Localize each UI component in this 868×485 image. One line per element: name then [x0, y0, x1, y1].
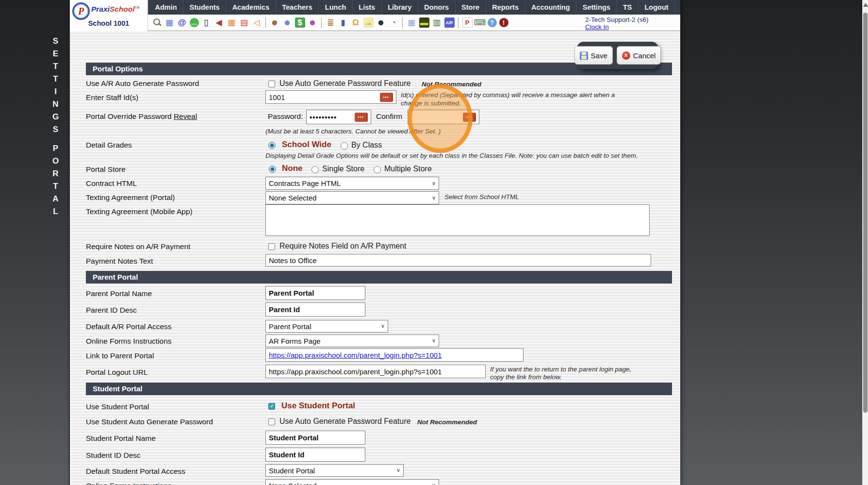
money-icon[interactable]: $ — [295, 17, 305, 28]
alarm-clock-icon[interactable]: ◔ — [389, 17, 399, 28]
default-ar-access-select[interactable]: Parent Portal — [265, 320, 388, 333]
ap-badge-icon[interactable]: A/P — [444, 17, 455, 28]
radio-school-wide[interactable] — [268, 142, 276, 149]
radio-by-class[interactable] — [341, 142, 348, 150]
label-detail-grades: Detail Grades — [86, 141, 132, 150]
student-id-desc-input[interactable]: Student Id — [265, 448, 365, 462]
nav-students[interactable]: Students — [183, 0, 226, 15]
checkbox-use-auto-generate-password[interactable] — [268, 81, 275, 87]
student-portal-name-input[interactable]: Student Portal — [265, 431, 365, 445]
schedule-calendar-icon[interactable]: ▦ — [227, 17, 237, 28]
nav-admin[interactable]: Admin — [148, 0, 183, 15]
logout-url-note-line1: If you want the to return to the parent … — [490, 366, 631, 373]
override-password-input[interactable]: ••••••••• ⋯ — [306, 110, 371, 124]
family-icon[interactable]: ☻ — [308, 17, 318, 28]
online-forms-parent-select[interactable]: AR Forms Page — [265, 334, 439, 347]
toolbar-divider — [265, 17, 266, 28]
password-lookup-button[interactable]: ⋯ — [355, 113, 368, 122]
override-password-text: Portal Override Password — [86, 112, 172, 120]
online-forms-student-select[interactable]: None Selected — [265, 479, 439, 485]
student-id-desc-value: Student Id — [269, 451, 304, 459]
cash-register-icon[interactable]: ⌨ — [475, 17, 485, 28]
label-online-forms-student: Online Forms Instructions — [86, 482, 172, 485]
email-at-icon[interactable]: @ — [177, 17, 187, 28]
brand-tm: TM — [135, 6, 140, 9]
texting-mobile-textarea[interactable] — [265, 204, 650, 236]
radio-store-none[interactable] — [269, 166, 276, 173]
radio-label-by-class: By Class — [351, 141, 382, 150]
nav-ts[interactable]: TS — [616, 0, 638, 15]
label-student-id-desc: Student ID Desc — [86, 451, 141, 460]
nav-teachers[interactable]: Teachers — [276, 0, 319, 15]
user-name: 2-Tech Support-2 (s6) — [585, 16, 649, 23]
staff-ids-lookup-button[interactable]: ⋯ — [380, 93, 393, 102]
bell-icon[interactable]: Ω — [351, 17, 361, 28]
spreadsheet-icon[interactable]: ▦ — [407, 17, 417, 28]
payment-notes-input[interactable]: Notes to Office — [265, 254, 651, 267]
nav-store[interactable]: Store — [455, 0, 486, 15]
chat-bubble-icon[interactable]: … — [190, 18, 199, 27]
check-printing-icon[interactable]: ▬ — [419, 17, 429, 28]
person-suit-icon[interactable]: ☻ — [376, 17, 386, 28]
online-forms-parent-value: AR Forms Page — [269, 337, 321, 345]
confirm-lookup-button[interactable]: ⋯ — [463, 113, 476, 122]
label-portal-logout-url: Portal Logout URL — [86, 368, 148, 377]
label-default-ar-portal-access: Default A/R Portal Access — [86, 322, 172, 331]
print-checks-icon[interactable]: ▥ — [432, 17, 442, 28]
add-student-icon[interactable]: ☻ — [270, 17, 280, 28]
scrollbar-up-arrow-icon[interactable] — [863, 3, 868, 7]
checkbox-label-student-auto-generate: Use Auto Generate Password Feature — [279, 417, 410, 426]
parent-id-desc-input[interactable]: Parent Id — [265, 302, 365, 317]
scrollbar-thumb[interactable] — [863, 13, 868, 413]
megaphone-icon[interactable]: ◁ — [252, 17, 262, 28]
sidebar-portal-label: PORTAL — [50, 138, 67, 225]
library-binder-icon[interactable]: ▮ — [338, 17, 348, 28]
search-icon[interactable] — [152, 17, 162, 28]
export-note-icon[interactable]: → — [363, 17, 374, 28]
parent-portal-name-input[interactable]: Parent Portal — [265, 286, 365, 300]
nav-library[interactable]: Library — [381, 0, 418, 15]
save-button[interactable]: Save — [574, 46, 613, 65]
checkbox-label-use-student-portal: Use Student Portal — [281, 401, 355, 411]
nav-reports[interactable]: Reports — [486, 0, 525, 15]
cancel-button[interactable]: ×Cancel — [617, 46, 661, 65]
toolbar-divider — [458, 17, 459, 28]
radio-label-multiple-store: Multiple Store — [384, 165, 432, 173]
pdf-icon[interactable]: P — [462, 17, 473, 28]
nav-lunch[interactable]: Lunch — [318, 0, 352, 15]
default-student-access-select[interactable]: Student Portal — [265, 464, 404, 477]
reveal-password-link[interactable]: Reveal — [174, 112, 197, 120]
contract-html-select[interactable]: Contracts Page HTML — [265, 177, 439, 190]
nav-accounting[interactable]: Accounting — [524, 0, 576, 15]
staff-ids-input[interactable]: 1001 ⋯ — [265, 90, 396, 104]
radio-single-store[interactable] — [311, 166, 319, 173]
speaker-icon[interactable]: ◀ — [214, 17, 224, 28]
nav-settings[interactable]: Settings — [576, 0, 616, 15]
staff-icon[interactable]: ☻ — [282, 17, 293, 28]
parent-portal-link-input[interactable]: https://app.praxischool.com/parent_login… — [265, 348, 524, 362]
texting-portal-select[interactable]: None Selected — [265, 191, 439, 204]
nav-academics[interactable]: Academics — [226, 0, 276, 15]
radio-multiple-store[interactable] — [374, 166, 381, 173]
student-portal-name-value: Student Portal — [269, 434, 319, 442]
checkbox-require-notes[interactable] — [268, 243, 275, 250]
checkbox-student-auto-generate[interactable] — [268, 418, 275, 425]
confirm-password-input[interactable]: ⋯ — [408, 110, 479, 124]
calendar-grid-icon[interactable]: ▦ — [164, 17, 175, 28]
lunch-icon[interactable]: ≣ — [326, 17, 336, 28]
logo-circle-icon: P — [72, 2, 90, 20]
date-calendar-icon[interactable]: ▤ — [239, 17, 249, 28]
radio-label-school-wide: School Wide — [282, 140, 331, 150]
alert-icon[interactable]: ! — [499, 18, 508, 27]
portal-logout-url-input[interactable]: https://app.praxischool.com/parent_login… — [265, 365, 486, 378]
nav-lists[interactable]: Lists — [352, 0, 381, 15]
nav-donors[interactable]: Donors — [418, 0, 455, 15]
clock-in-link[interactable]: Clock In — [585, 23, 649, 31]
nav-logout[interactable]: Logout — [638, 0, 675, 15]
help-icon[interactable]: ? — [488, 18, 497, 27]
label-portal-override-password: Portal Override Password Reveal — [86, 112, 197, 121]
top-navbar: Admin Students Academics Teachers Lunch … — [70, 0, 680, 15]
mobile-phone-icon[interactable]: ▯ — [201, 17, 212, 28]
checkbox-use-student-portal[interactable] — [268, 403, 275, 410]
parent-portal-link[interactable]: https://app.praxischool.com/parent_login… — [269, 351, 442, 359]
